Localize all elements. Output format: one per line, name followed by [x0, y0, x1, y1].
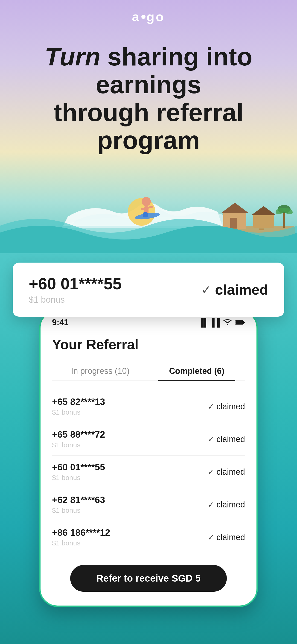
wifi-icon [223, 318, 232, 327]
referral-item: +62 81****63 $1 bonus ✓ claimed [52, 488, 245, 521]
ref-check-icon: ✓ [208, 533, 214, 542]
ref-bonus: $1 bonus [52, 474, 105, 482]
svg-rect-21 [244, 322, 245, 323]
hero-headline: Turn sharing into earnings through refer… [0, 42, 297, 154]
ref-bonus: $1 bonus [52, 506, 105, 514]
ref-left: +60 01****55 $1 bonus [52, 462, 105, 482]
floating-check-icon: ✓ [201, 283, 211, 297]
ref-right: ✓ claimed [208, 532, 245, 542]
ref-right: ✓ claimed [208, 467, 245, 477]
ref-right: ✓ claimed [208, 402, 245, 411]
ref-phone: +65 88****72 [52, 429, 105, 440]
headline-bold: Turn [45, 42, 100, 71]
ref-right: ✓ claimed [208, 434, 245, 444]
signal-icon: ▐▌▐▐ [198, 318, 220, 327]
ref-check-icon: ✓ [208, 467, 214, 476]
status-icons: ▐▌▐▐ [198, 318, 245, 327]
tab-bar[interactable]: In progress (10) Completed (6) [52, 362, 245, 381]
ref-right: ✓ claimed [208, 500, 245, 510]
ref-phone: +60 01****55 [52, 462, 105, 472]
svg-point-2 [142, 197, 151, 206]
screen-title: Your Referral [52, 336, 245, 352]
ocean-section: +60 01****55 $1 bonus ✓ claimed 9:41 ▐▌▐… [0, 253, 297, 644]
ref-phone: +65 82****13 [52, 397, 105, 407]
app-logo: ago [132, 9, 165, 24]
ref-check-icon: ✓ [208, 402, 214, 411]
ref-claimed-text: claimed [216, 402, 245, 411]
ref-phone: +62 81****63 [52, 495, 105, 505]
phone-content: Your Referral In progress (10) Completed… [40, 330, 256, 592]
referral-item: +65 88****72 $1 bonus ✓ claimed [52, 423, 245, 456]
phone-mockup: 9:41 ▐▌▐▐ [39, 310, 258, 607]
floating-card-phone: +60 01****55 [29, 274, 122, 293]
ref-check-icon: ✓ [208, 435, 214, 444]
ref-bonus: $1 bonus [52, 539, 110, 547]
svg-rect-22 [236, 321, 243, 324]
ref-left: +62 81****63 $1 bonus [52, 495, 105, 514]
referral-item: +60 01****55 $1 bonus ✓ claimed [52, 456, 245, 488]
floating-card-bonus: $1 bonus [29, 295, 122, 305]
ref-check-icon: ✓ [208, 500, 214, 509]
floating-card-right: ✓ claimed [201, 282, 268, 298]
ref-claimed-text: claimed [216, 467, 245, 477]
ref-bonus: $1 bonus [52, 441, 105, 449]
ref-phone: +86 186****12 [52, 528, 110, 538]
floating-card-left: +60 01****55 $1 bonus [29, 274, 122, 305]
ref-claimed-text: claimed [216, 434, 245, 444]
hero-waves [0, 207, 297, 253]
floating-referral-card: +60 01****55 $1 bonus ✓ claimed [13, 262, 284, 317]
referral-list: +65 82****13 $1 bonus ✓ claimed +65 88**… [52, 390, 245, 554]
ref-claimed-text: claimed [216, 500, 245, 510]
tab-completed[interactable]: Completed (6) [148, 362, 245, 380]
floating-claimed-text: claimed [215, 282, 268, 298]
logo-bar: ago [0, 0, 297, 24]
referral-item: +86 186****12 $1 bonus ✓ claimed [52, 521, 245, 554]
phone-mockup-wrapper: 9:41 ▐▌▐▐ [39, 310, 258, 607]
cta-button[interactable]: Refer to receive SGD 5 [70, 565, 227, 592]
headline-rest: sharing into earnings [96, 42, 252, 98]
battery-icon [235, 318, 245, 327]
ref-left: +65 88****72 $1 bonus [52, 429, 105, 449]
hero-section: ago Turn sharing into earnings through r… [0, 0, 297, 253]
status-time: 9:41 [52, 318, 68, 327]
ref-left: +65 82****13 $1 bonus [52, 397, 105, 416]
svg-point-19 [227, 324, 228, 325]
tab-in-progress[interactable]: In progress (10) [52, 362, 148, 380]
referral-item: +65 82****13 $1 bonus ✓ claimed [52, 390, 245, 423]
ref-claimed-text: claimed [216, 532, 245, 542]
ref-left: +86 186****12 $1 bonus [52, 528, 110, 547]
ref-bonus: $1 bonus [52, 408, 105, 416]
headline-line2: through referral program [54, 98, 243, 154]
